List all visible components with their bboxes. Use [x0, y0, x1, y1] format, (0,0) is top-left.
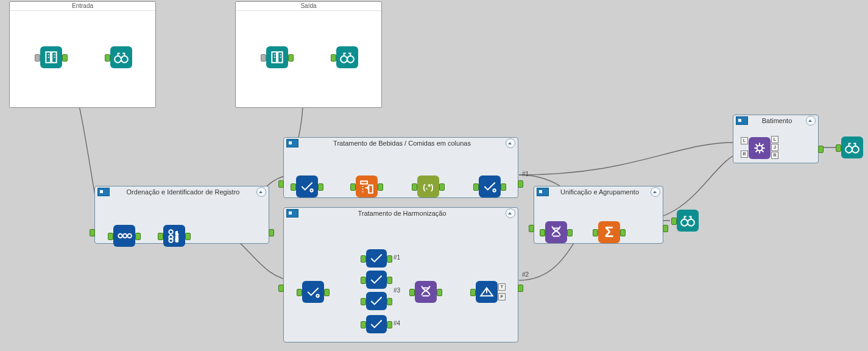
summarize-node[interactable]: Σ: [598, 221, 620, 243]
generate-rows-node[interactable]: [415, 281, 437, 303]
select-node[interactable]: [296, 176, 318, 197]
svg-rect-14: [361, 181, 367, 183]
union-node[interactable]: [545, 221, 567, 243]
svg-point-22: [852, 146, 859, 153]
svg-point-6: [127, 234, 132, 238]
browse-node[interactable]: [336, 46, 358, 68]
collapse-button[interactable]: [506, 208, 515, 218]
svg-point-1: [121, 56, 128, 63]
formula-node[interactable]: [366, 315, 387, 333]
container-tab-icon: [736, 116, 748, 125]
recordid-node[interactable]: 123: [163, 225, 185, 247]
book-icon: [269, 49, 285, 65]
svg-text:3: 3: [175, 238, 178, 243]
sigma-label: Σ: [605, 224, 613, 241]
check-icon: [369, 316, 384, 332]
svg-point-3: [347, 56, 354, 63]
check-icon: [369, 272, 384, 288]
container-title: Tratamento de Harmonização: [302, 210, 502, 217]
port-right: R: [741, 151, 748, 158]
binoculars-icon: [844, 140, 860, 155]
workflow-canvas[interactable]: Entrada Saída Ordenação e Identificador …: [0, 0, 868, 351]
sample-node[interactable]: T F: [476, 281, 498, 303]
port-false: F: [498, 293, 506, 300]
svg-point-19: [688, 219, 694, 226]
formula-node[interactable]: [366, 292, 387, 310]
check-icon: [299, 179, 315, 194]
dna-icon: [418, 284, 434, 300]
container-title: Batimento: [752, 117, 802, 124]
check-icon: [369, 250, 384, 266]
port-out-right: R: [771, 152, 778, 159]
join-node[interactable]: L R L J R: [749, 137, 771, 159]
container-saida[interactable]: Saída: [235, 1, 382, 108]
regex-node[interactable]: (.*): [417, 176, 439, 197]
port-label: #3: [393, 287, 400, 294]
dna-icon: [548, 224, 564, 240]
input-data-node[interactable]: [266, 46, 288, 68]
binoculars-icon: [680, 213, 696, 229]
svg-point-2: [340, 56, 347, 63]
svg-point-21: [845, 146, 852, 153]
container-entrada[interactable]: Entrada: [9, 1, 156, 108]
container-bebidas[interactable]: Tratamento de Bebidas / Comidas em colun…: [283, 137, 518, 198]
port-label: #4: [393, 320, 400, 327]
port-left: L: [741, 137, 748, 144]
collapse-button[interactable]: [256, 187, 266, 197]
container-tab-icon: [286, 139, 298, 147]
check-icon: [369, 293, 384, 309]
container-batimento[interactable]: Batimento L R L J R: [733, 115, 819, 163]
binoculars-icon: [113, 49, 129, 65]
svg-point-20: [757, 146, 763, 151]
check-icon: [305, 284, 321, 300]
book-icon: [43, 49, 59, 65]
text-to-columns-icon: [359, 179, 375, 194]
regex-label: (.*): [423, 182, 433, 191]
port-label: #2: [522, 271, 529, 278]
container-ordenacao[interactable]: Ordenação e Identificador de Registro 12…: [94, 186, 269, 244]
recordid-icon: 123: [166, 228, 182, 244]
container-title: Entrada: [10, 2, 155, 11]
collapse-button[interactable]: [806, 116, 816, 126]
sort-icon: [116, 228, 132, 244]
container-title: Saída: [236, 2, 381, 11]
check-icon: [482, 179, 498, 194]
port-label: #1: [522, 171, 529, 177]
port-out-join: J: [771, 144, 778, 151]
join-icon: [752, 140, 767, 156]
binoculars-icon: [339, 49, 355, 65]
text-to-columns-node[interactable]: [356, 176, 378, 197]
container-title: Ordenação e Identificador de Registro: [113, 188, 253, 196]
container-harmonizacao[interactable]: Tratamento de Harmonização #1: [283, 207, 518, 342]
collapse-button[interactable]: [651, 187, 660, 197]
svg-point-9: [169, 238, 173, 243]
browse-node[interactable]: [841, 136, 863, 158]
svg-point-4: [118, 234, 122, 238]
select-node[interactable]: [302, 281, 324, 303]
port-label: #1: [393, 254, 400, 261]
formula-node[interactable]: [366, 249, 387, 268]
container-unificacao[interactable]: Unificação e Agrupamento Σ: [534, 186, 663, 244]
container-title: Unificação e Agrupamento: [552, 188, 647, 196]
svg-point-13: [310, 189, 312, 191]
collapse-button[interactable]: [506, 138, 515, 148]
port-out-left: L: [771, 136, 778, 143]
svg-point-0: [115, 56, 121, 63]
svg-point-7: [169, 230, 173, 234]
svg-point-17: [316, 294, 319, 297]
svg-point-18: [681, 219, 688, 226]
browse-node[interactable]: [110, 46, 132, 68]
container-tab-icon: [286, 209, 298, 218]
port-true: T: [498, 283, 506, 291]
svg-point-16: [493, 189, 495, 191]
svg-point-5: [123, 234, 127, 238]
container-tab-icon: [537, 188, 549, 196]
sort-node[interactable]: [113, 225, 135, 247]
formula-node[interactable]: [366, 271, 387, 289]
svg-rect-15: [369, 185, 373, 193]
container-title: Tratamento de Bebidas / Comidas em colun…: [302, 140, 502, 147]
input-data-node[interactable]: [40, 46, 62, 68]
select-node[interactable]: [479, 176, 501, 197]
split-icon: [479, 284, 495, 300]
browse-node[interactable]: [677, 210, 699, 232]
